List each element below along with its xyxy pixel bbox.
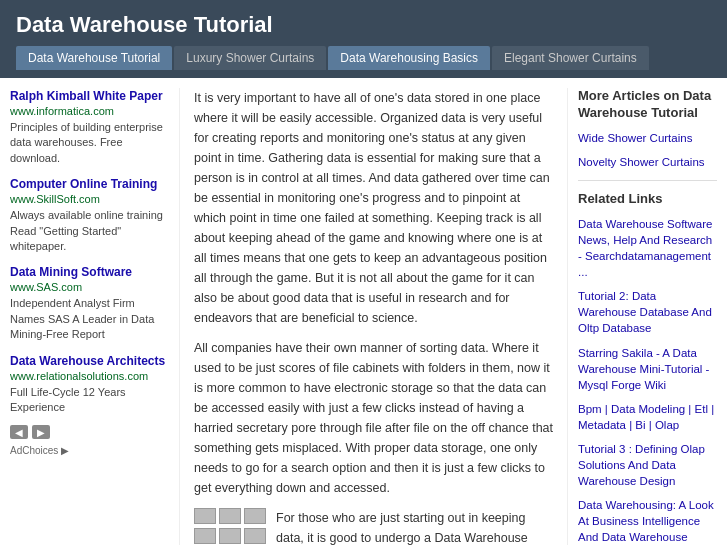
thumb-2	[219, 508, 241, 524]
ad-title: Computer Online Training www.SkillSoft.c…	[10, 176, 169, 206]
page-title: Data Warehouse Tutorial	[16, 12, 711, 38]
ad-title-link[interactable]: Data Warehouse Architects	[10, 354, 165, 368]
ad-url: www.relationalsolutions.com	[10, 370, 148, 382]
nav-item-elegant-shower-curtains[interactable]: Elegant Shower Curtains	[492, 46, 649, 70]
ad-title: Data Warehouse Architects www.relational…	[10, 353, 169, 383]
thumb-3	[244, 508, 266, 524]
ad-title: Data Mining Software www.SAS.com	[10, 264, 169, 294]
ad-block: Ralph Kimball White Paper www.informatic…	[10, 88, 169, 166]
related-link[interactable]: Tutorial 3 : Defining Olap Solutions And…	[578, 441, 717, 489]
related-link[interactable]: Data Warehouse Software News, Help And R…	[578, 216, 717, 280]
thumbnail-area	[194, 508, 266, 545]
body-paragraph-1: All companies have their own manner of s…	[194, 338, 553, 498]
ad-nav: ◀ ▶	[10, 425, 169, 439]
ad-desc: Principles of building enterprise data w…	[10, 120, 169, 166]
ad-title-link[interactable]: Data Mining Software	[10, 265, 132, 279]
related-link[interactable]: Bpm | Data Modeling | Etl | Metadata | B…	[578, 401, 717, 433]
ad-url: www.informatica.com	[10, 105, 114, 117]
ad-block: Computer Online Training www.SkillSoft.c…	[10, 176, 169, 254]
ads-container: Ralph Kimball White Paper www.informatic…	[10, 88, 169, 415]
thumb-row-1	[194, 508, 266, 524]
right-sidebar: More Articles on Data Warehouse Tutorial…	[567, 88, 727, 545]
intro-paragraph: It is very important to have all of one'…	[194, 88, 553, 328]
more-article-link[interactable]: Novelty Shower Curtains	[578, 154, 717, 170]
thumb-row-2	[194, 528, 266, 544]
ad-title-link[interactable]: Ralph Kimball White Paper	[10, 89, 163, 103]
ad-prev-button[interactable]: ◀	[10, 425, 28, 439]
thumb-4	[194, 528, 216, 544]
thumb-5	[219, 528, 241, 544]
content-area: Ralph Kimball White Paper www.informatic…	[0, 78, 727, 545]
ad-block: Data Mining Software www.SAS.comIndepend…	[10, 264, 169, 342]
main-content: It is very important to have all of one'…	[180, 88, 567, 545]
ad-next-button[interactable]: ▶	[32, 425, 50, 439]
more-articles-list: Wide Shower CurtainsNovelty Shower Curta…	[578, 130, 717, 170]
thumb-1	[194, 508, 216, 524]
ad-choices-label: AdChoices ▶	[10, 445, 169, 456]
ad-desc: Independent Analyst Firm Names SAS A Lea…	[10, 296, 169, 342]
nav-item-data-warehousing-basics[interactable]: Data Warehousing Basics	[328, 46, 490, 70]
nav-item-data-warehouse-tutorial[interactable]: Data Warehouse Tutorial	[16, 46, 172, 70]
ad-desc: Full Life-Cycle 12 Years Experience	[10, 385, 169, 416]
left-sidebar: Ralph Kimball White Paper www.informatic…	[0, 88, 180, 545]
related-link[interactable]: Tutorial 2: Data Warehouse Database And …	[578, 288, 717, 336]
related-links-list: Data Warehouse Software News, Help And R…	[578, 216, 717, 545]
related-link[interactable]: Data Warehousing: A Look At Business Int…	[578, 497, 717, 545]
more-articles-title: More Articles on Data Warehouse Tutorial	[578, 88, 717, 122]
ad-title: Ralph Kimball White Paper www.informatic…	[10, 88, 169, 118]
ad-url: www.SAS.com	[10, 281, 82, 293]
ad-desc: Always available online training Read "G…	[10, 208, 169, 254]
main-nav: Data Warehouse TutorialLuxury Shower Cur…	[16, 46, 711, 70]
more-article-link[interactable]: Wide Shower Curtains	[578, 130, 717, 146]
indented-section: For those who are just starting out in k…	[194, 508, 553, 545]
ad-title-link[interactable]: Computer Online Training	[10, 177, 157, 191]
page-header: Data Warehouse Tutorial Data Warehouse T…	[0, 0, 727, 78]
ad-block: Data Warehouse Architects www.relational…	[10, 353, 169, 416]
body-paragraph-2: For those who are just starting out in k…	[276, 508, 553, 545]
ad-url: www.SkillSoft.com	[10, 193, 100, 205]
thumb-6	[244, 528, 266, 544]
related-link[interactable]: Starring Sakila - A Data Warehouse Mini-…	[578, 345, 717, 393]
sidebar-divider	[578, 180, 717, 181]
nav-item-luxury-shower-curtains[interactable]: Luxury Shower Curtains	[174, 46, 326, 70]
related-links-title: Related Links	[578, 191, 717, 208]
